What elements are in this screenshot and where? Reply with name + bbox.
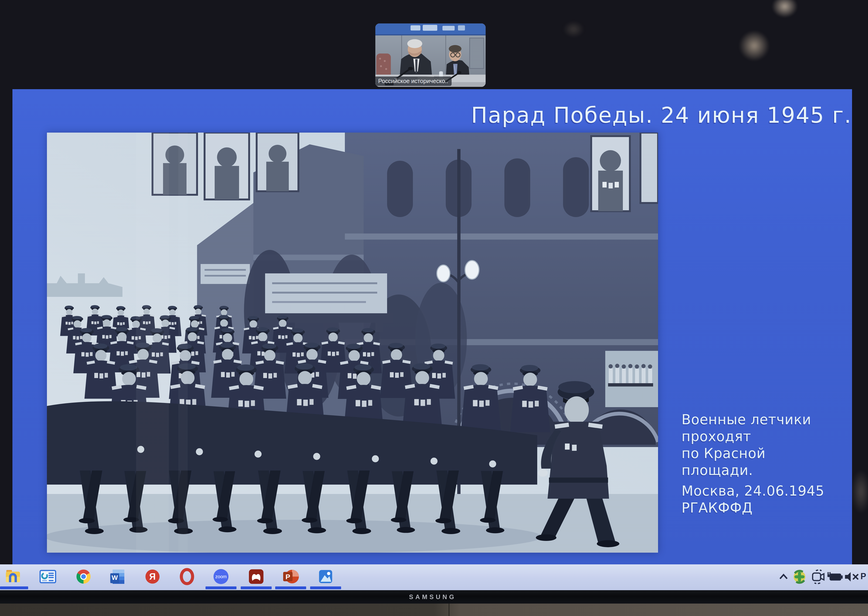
powerpoint-icon: P xyxy=(280,566,301,587)
ceiling-light-reflection xyxy=(739,30,769,61)
taskbar-app-opera[interactable] xyxy=(175,566,199,588)
video-camera-icon xyxy=(810,569,825,584)
desk-seam xyxy=(449,603,449,616)
samsung-logo: SAMSUNG xyxy=(409,594,456,601)
ceiling-light-reflection xyxy=(772,0,797,17)
taskbar-app-presentation[interactable] xyxy=(36,566,60,588)
slide-title: Парад Победы. 24 июня 1945 г. xyxy=(471,103,846,128)
tray-camera-button[interactable] xyxy=(809,568,826,586)
caption-line: Военные летчики xyxy=(681,411,846,428)
caption-line: площади. xyxy=(681,462,846,479)
tray-antivirus-button[interactable] xyxy=(791,568,808,586)
shared-slide: Парад Победы. 24 июня 1945 г. xyxy=(13,89,852,564)
parade-photo xyxy=(47,133,658,553)
opera-icon xyxy=(177,566,197,587)
yandex-browser-icon: Я xyxy=(142,566,163,587)
taskbar-app-powerpoint[interactable]: P xyxy=(279,566,302,588)
tray-chevron-button[interactable] xyxy=(775,568,792,586)
caption-line: проходят xyxy=(681,428,846,445)
taskbar-app-word[interactable]: W xyxy=(106,566,129,588)
monitor-bezel: SAMSUNG xyxy=(0,590,868,603)
taskbar-app-photos[interactable] xyxy=(314,566,337,588)
parade-photo-art xyxy=(47,133,658,553)
tray-battery-button[interactable] xyxy=(827,568,844,586)
desk-surface xyxy=(0,603,868,616)
ceiling-light-reflection xyxy=(852,469,868,514)
monitor-photo: { "monitor": { "brand_logo": "SAMSUNG" }… xyxy=(0,0,868,616)
acrobat-icon xyxy=(246,566,267,587)
svg-text:P: P xyxy=(286,573,290,581)
chrome-icon xyxy=(73,566,94,587)
svg-text:W: W xyxy=(111,574,118,581)
chevron-up-icon xyxy=(776,569,791,584)
windows-taskbar: W Я zoom P xyxy=(0,564,868,590)
taskbar-app-chrome[interactable] xyxy=(72,566,95,588)
word-icon: W xyxy=(107,566,128,587)
svg-text:Я: Я xyxy=(149,572,155,581)
photos-icon xyxy=(315,566,336,587)
svg-text:zoom: zoom xyxy=(215,574,227,579)
taskbar-app-explorer[interactable] xyxy=(1,566,25,588)
caption-line: РГАКФФД xyxy=(681,500,846,516)
taskbar-app-acrobat[interactable] xyxy=(245,566,268,588)
battery-charging-icon xyxy=(827,569,844,584)
participant-name-label: Российское историческо.. xyxy=(375,77,452,86)
tray-language-indicator[interactable]: Р xyxy=(860,571,868,581)
caption-line: Москва, 24.06.1945 xyxy=(681,482,846,500)
zoom-icon: zoom xyxy=(211,566,231,587)
taskbar-app-yandex[interactable]: Я xyxy=(141,566,164,588)
participant-video-thumbnail[interactable]: Российское историческо.. xyxy=(375,24,486,87)
caption-line: по Красной xyxy=(681,445,846,462)
ceiling-light-reflection xyxy=(563,21,584,38)
green-cross-tray-icon xyxy=(792,569,807,584)
photo-caption: Военные летчики проходят по Красной площ… xyxy=(681,411,846,516)
tray-volume-button[interactable] xyxy=(844,568,860,586)
presentation-icon xyxy=(38,566,58,587)
taskbar-app-zoom[interactable]: zoom xyxy=(209,566,233,588)
folder-icon xyxy=(3,566,23,587)
speaker-muted-icon xyxy=(844,569,860,584)
